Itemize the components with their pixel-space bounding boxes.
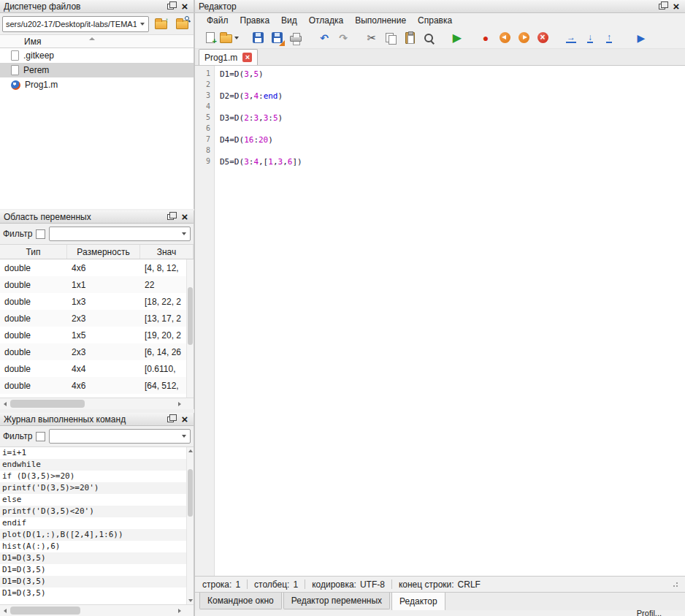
file-row[interactable]: Perem xyxy=(0,63,194,77)
menu-item[interactable]: Отладка xyxy=(303,15,349,26)
undo-button[interactable]: ↶ xyxy=(315,29,334,47)
bottom-tab[interactable]: Командное окно xyxy=(199,593,282,609)
menu-item[interactable]: Правка xyxy=(234,15,276,26)
variable-row[interactable]: double4x6[4, 8, 12, xyxy=(0,259,194,276)
close-button[interactable] xyxy=(178,211,191,222)
undock-button[interactable] xyxy=(655,1,668,12)
code-line[interactable] xyxy=(220,124,685,135)
scrollbar-thumb[interactable] xyxy=(188,469,193,517)
variable-row[interactable]: double4x4[0.6110, xyxy=(0,360,194,377)
workspace-vscrollbar[interactable] xyxy=(186,259,194,398)
cut-button[interactable]: ✂ xyxy=(362,29,381,47)
history-command[interactable]: i=i+1 xyxy=(0,447,194,459)
step-button[interactable]: → xyxy=(562,29,581,47)
filter-checkbox[interactable] xyxy=(36,229,45,239)
prev-breakpoint-button[interactable] xyxy=(495,29,514,47)
save-button[interactable] xyxy=(248,29,267,47)
variable-row[interactable]: double1x5[19, 20, 2 xyxy=(0,327,194,343)
undock-button[interactable] xyxy=(164,414,177,425)
variable-row[interactable]: double4x6[64, 512, xyxy=(0,377,194,394)
save-as-button[interactable] xyxy=(267,29,286,47)
code-area[interactable]: D1=D(3,5)D2=D(3,4:end)D3=D(2:3,3:5)D4=D(… xyxy=(215,66,685,576)
paste-button[interactable] xyxy=(400,29,419,47)
history-command[interactable]: D1=D(3,5) xyxy=(0,552,194,564)
history-command[interactable]: if (D(3,5)>=20) xyxy=(0,471,194,482)
bottom-tab[interactable]: Редактор переменных xyxy=(283,593,390,609)
column-header[interactable]: Тип xyxy=(0,245,67,259)
history-command[interactable]: else xyxy=(0,494,194,506)
scroll-left-icon[interactable] xyxy=(0,398,10,409)
editor-area[interactable]: 123456789 D1=D(3,5)D2=D(3,4:end)D3=D(2:3… xyxy=(195,66,685,576)
history-command[interactable]: printf('D(3,5)<20') xyxy=(0,506,194,517)
up-directory-button[interactable] xyxy=(152,15,170,32)
path-combobox[interactable]: sers/u202-17/Desktop/it-labs/TEMA1 xyxy=(2,16,149,32)
run-button[interactable]: ▶ xyxy=(448,29,467,47)
clear-breakpoints-button[interactable] xyxy=(533,29,552,47)
history-hscrollbar[interactable] xyxy=(0,604,194,616)
variable-row[interactable]: double2x3[13, 17, 2 xyxy=(0,310,194,327)
dropdown-arrow-icon[interactable] xyxy=(137,17,148,31)
history-command[interactable]: plot(D(1,:),B([2,4],1:6)) xyxy=(0,529,194,541)
code-line[interactable]: D1=D(3,5) xyxy=(220,69,685,80)
history-command[interactable]: D1=D(3,5) xyxy=(0,564,194,576)
code-line[interactable] xyxy=(220,80,685,91)
scrollbar-thumb[interactable] xyxy=(10,400,85,408)
file-row[interactable]: .gitkeep xyxy=(0,48,194,63)
menu-item[interactable]: Справка xyxy=(412,15,458,26)
code-line[interactable]: D4=D(16:20) xyxy=(220,135,685,146)
history-vscrollbar[interactable] xyxy=(186,447,194,604)
dropdown-arrow-icon[interactable] xyxy=(178,227,190,240)
close-button[interactable] xyxy=(178,414,191,425)
bottom-tab[interactable]: Редактор xyxy=(391,593,445,611)
find-button[interactable] xyxy=(419,29,438,47)
scroll-down-icon[interactable] xyxy=(187,597,194,604)
file-row[interactable]: Prog1.m xyxy=(0,77,194,92)
code-line[interactable] xyxy=(220,146,685,157)
scroll-up-icon[interactable] xyxy=(187,447,194,455)
scroll-right-icon[interactable] xyxy=(175,398,185,409)
step-out-button[interactable]: ↑ xyxy=(600,29,619,47)
variable-row[interactable]: double1x3[18, 22, 2 xyxy=(0,293,194,310)
undock-button[interactable] xyxy=(164,1,177,12)
step-in-button[interactable]: ↓ xyxy=(581,29,600,47)
scrollbar-thumb[interactable] xyxy=(188,287,193,345)
scroll-left-icon[interactable] xyxy=(0,605,10,616)
code-line[interactable] xyxy=(220,102,685,113)
close-button[interactable] xyxy=(670,1,683,12)
history-command[interactable]: D1=D(3,5) xyxy=(0,588,194,599)
redo-button[interactable]: ↷ xyxy=(334,29,353,47)
tab-close-icon[interactable] xyxy=(242,53,252,62)
new-script-button[interactable]: + xyxy=(201,29,220,47)
open-file-button[interactable] xyxy=(220,29,239,47)
history-command[interactable]: D1=D(3,5) xyxy=(0,576,194,588)
history-command[interactable]: endif xyxy=(0,517,194,529)
tab-prog1[interactable]: Prog1.m xyxy=(199,49,258,65)
history-command[interactable]: printf('D(3,5)>=20') xyxy=(0,482,194,494)
menu-item[interactable]: Выполнение xyxy=(349,15,412,26)
resize-grip[interactable] xyxy=(671,581,678,588)
variable-row[interactable]: double2x3[6, 14, 26 xyxy=(0,343,194,360)
name-column-header[interactable]: Имя xyxy=(0,34,194,48)
filter-checkbox[interactable] xyxy=(36,432,45,441)
filter-combobox[interactable] xyxy=(49,227,191,241)
scroll-right-icon[interactable] xyxy=(175,605,185,616)
menu-item[interactable]: Вид xyxy=(275,15,303,26)
menu-item[interactable]: Файл xyxy=(201,15,234,26)
dropdown-arrow-icon[interactable] xyxy=(178,430,190,443)
continue-button[interactable]: ▶ xyxy=(632,29,651,47)
variable-row[interactable]: double1x122 xyxy=(0,276,194,293)
column-header[interactable]: Размерность xyxy=(67,245,140,259)
browse-directory-button[interactable] xyxy=(173,15,191,32)
workspace-hscrollbar[interactable] xyxy=(0,398,194,409)
breakpoint-button[interactable]: ● xyxy=(476,29,495,47)
print-button[interactable] xyxy=(286,29,305,47)
filter-combobox[interactable] xyxy=(49,429,191,444)
column-header[interactable]: Знач xyxy=(140,245,194,259)
close-button[interactable] xyxy=(178,1,191,12)
history-command[interactable]: hist(A(:),6) xyxy=(0,541,194,552)
code-line[interactable]: D5=D(3:4,[1,3,6]) xyxy=(220,157,685,168)
scrollbar-thumb[interactable] xyxy=(10,607,80,615)
history-command[interactable]: endwhile xyxy=(0,459,194,471)
next-breakpoint-button[interactable] xyxy=(514,29,533,47)
code-line[interactable]: D2=D(3,4:end) xyxy=(220,91,685,102)
